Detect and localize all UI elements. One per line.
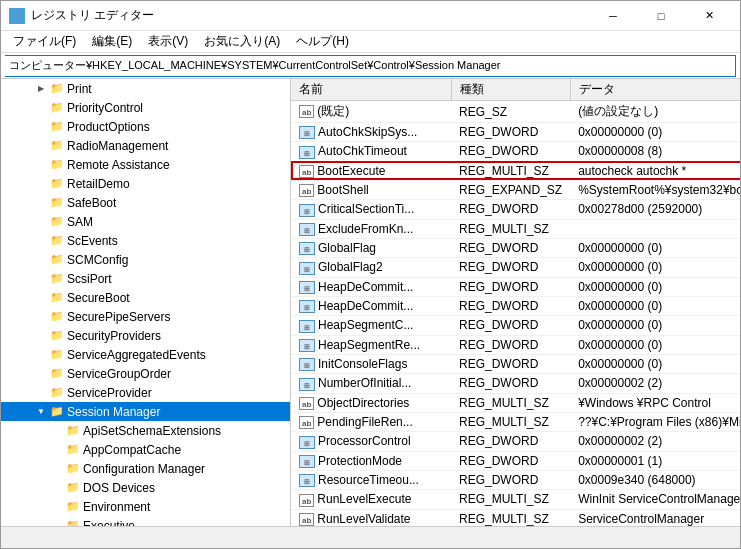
tree-node-label: ScsiPort — [67, 272, 116, 286]
expand-icon[interactable] — [33, 328, 49, 344]
menu-help[interactable]: ヘルプ(H) — [288, 31, 357, 52]
table-row[interactable]: abObjectDirectoriesREG_MULTI_SZ¥Windows … — [291, 393, 740, 412]
folder-icon: 📁 — [49, 214, 65, 230]
expand-icon[interactable]: ▶ — [33, 81, 49, 97]
tree-node-retaildemo[interactable]: 📁RetailDemo — [1, 174, 290, 193]
expand-icon[interactable] — [33, 271, 49, 287]
table-row[interactable]: ⊞AutoChkSkipSys...REG_DWORD0x00000000 (0… — [291, 123, 740, 142]
expand-icon[interactable] — [33, 157, 49, 173]
reg-dword-icon: ⊞ — [299, 260, 318, 274]
close-button[interactable]: ✕ — [686, 1, 732, 31]
expand-icon[interactable] — [49, 423, 65, 439]
cell-type: REG_DWORD — [451, 432, 570, 451]
cell-data: ¥Windows ¥RPC Control — [570, 393, 740, 412]
tree-node-label: SecurityProviders — [67, 329, 165, 343]
table-row[interactable]: ab(既定)REG_SZ(値の設定なし) — [291, 101, 740, 123]
tree-node-sessionmanager[interactable]: ▼📁Session Manager — [1, 402, 290, 421]
expand-icon[interactable] — [33, 385, 49, 401]
expand-icon[interactable] — [49, 480, 65, 496]
tree-node-configurationmanager[interactable]: 📁Configuration Manager — [1, 459, 290, 478]
expand-icon[interactable] — [33, 195, 49, 211]
expand-icon[interactable]: ▼ — [33, 404, 49, 420]
tree-node-productoptions[interactable]: 📁ProductOptions — [1, 117, 290, 136]
cell-type: REG_DWORD — [451, 200, 570, 219]
tree-node-print[interactable]: ▶📁Print — [1, 79, 290, 98]
tree-node-serviceaggregatedevents[interactable]: 📁ServiceAggregatedEvents — [1, 345, 290, 364]
table-row[interactable]: ⊞CriticalSectionTi...REG_DWORD0x00278d00… — [291, 200, 740, 219]
expand-icon[interactable] — [33, 176, 49, 192]
tree-node-scsiport[interactable]: 📁ScsiPort — [1, 269, 290, 288]
table-row[interactable]: abRunLevelExecuteREG_MULTI_SZWinInit Ser… — [291, 490, 740, 509]
tree-node-dosdevices[interactable]: 📁DOS Devices — [1, 478, 290, 497]
table-row[interactable]: abBootExecuteREG_MULTI_SZautocheck autoc… — [291, 161, 740, 180]
tree-node-remoteassistance[interactable]: 📁Remote Assistance — [1, 155, 290, 174]
tree-node-safeboot[interactable]: 📁SafeBoot — [1, 193, 290, 212]
tree-node-scevents[interactable]: 📁ScEvents — [1, 231, 290, 250]
tree-node-secureboot[interactable]: 📁SecureBoot — [1, 288, 290, 307]
table-row[interactable]: ⊞AutoChkTimeoutREG_DWORD0x00000008 (8) — [291, 142, 740, 161]
address-input[interactable] — [5, 55, 736, 77]
table-row[interactable]: ⊞ExcludeFromKn...REG_MULTI_SZ — [291, 219, 740, 238]
tree-node-scmconfig[interactable]: 📁SCMConfig — [1, 250, 290, 269]
expand-icon[interactable] — [33, 252, 49, 268]
table-row[interactable]: abBootShellREG_EXPAND_SZ%SystemRoot%¥sys… — [291, 180, 740, 199]
tree-node-sam[interactable]: 📁SAM — [1, 212, 290, 231]
table-row[interactable]: ⊞NumberOfInitial...REG_DWORD0x00000002 (… — [291, 374, 740, 393]
expand-icon[interactable] — [49, 442, 65, 458]
reg-dword-icon: ⊞ — [299, 202, 318, 216]
menu-edit[interactable]: 編集(E) — [84, 31, 140, 52]
expand-icon[interactable] — [33, 309, 49, 325]
col-header-data[interactable]: データ — [570, 79, 740, 101]
table-row[interactable]: ⊞GlobalFlagREG_DWORD0x00000000 (0) — [291, 238, 740, 257]
tree-node-securityproviders[interactable]: 📁SecurityProviders — [1, 326, 290, 345]
table-row[interactable]: ⊞ProcessorControlREG_DWORD0x00000002 (2) — [291, 432, 740, 451]
expand-icon[interactable] — [33, 138, 49, 154]
tree-node-environment[interactable]: 📁Environment — [1, 497, 290, 516]
expand-icon[interactable] — [49, 499, 65, 515]
tree-node-serviceprovider[interactable]: 📁ServiceProvider — [1, 383, 290, 402]
detail-pane[interactable]: 名前 種類 データ ab(既定)REG_SZ(値の設定なし)⊞AutoChkSk… — [291, 79, 740, 526]
expand-icon[interactable] — [33, 214, 49, 230]
cell-type: REG_MULTI_SZ — [451, 219, 570, 238]
menu-view[interactable]: 表示(V) — [140, 31, 196, 52]
expand-icon[interactable] — [49, 518, 65, 527]
tree-node-prioritycontrol[interactable]: 📁PriorityControl — [1, 98, 290, 117]
tree-node-executive[interactable]: 📁Executive — [1, 516, 290, 526]
tree-node-appcompatcache[interactable]: 📁AppCompatCache — [1, 440, 290, 459]
cell-name: ⊞ResourceTimeou... — [291, 470, 451, 489]
table-row[interactable]: ⊞GlobalFlag2REG_DWORD0x00000000 (0) — [291, 258, 740, 277]
expand-icon[interactable] — [33, 119, 49, 135]
expand-icon[interactable] — [33, 347, 49, 363]
cell-data: 0x00000002 (2) — [570, 432, 740, 451]
col-header-name[interactable]: 名前 — [291, 79, 451, 101]
maximize-button[interactable]: □ — [638, 1, 684, 31]
table-row[interactable]: ⊞InitConsoleFlagsREG_DWORD0x00000000 (0) — [291, 354, 740, 373]
cell-name: ⊞CriticalSectionTi... — [291, 200, 451, 219]
table-row[interactable]: ⊞HeapDeCommit...REG_DWORD0x00000000 (0) — [291, 296, 740, 315]
tree-node-radiomanagement[interactable]: 📁RadioManagement — [1, 136, 290, 155]
expand-icon[interactable] — [33, 366, 49, 382]
tree-node-apisetschemaextensions[interactable]: 📁ApiSetSchemaExtensions — [1, 421, 290, 440]
expand-icon[interactable] — [49, 461, 65, 477]
expand-icon[interactable] — [33, 290, 49, 306]
cell-name: abPendingFileRen... — [291, 412, 451, 431]
table-row[interactable]: ⊞ProtectionModeREG_DWORD0x00000001 (1) — [291, 451, 740, 470]
tree-node-servicegrouporder[interactable]: 📁ServiceGroupOrder — [1, 364, 290, 383]
menu-file[interactable]: ファイル(F) — [5, 31, 84, 52]
tree-node-securepipeservers[interactable]: 📁SecurePipeServers — [1, 307, 290, 326]
table-row[interactable]: ⊞HeapDeCommit...REG_DWORD0x00000000 (0) — [291, 277, 740, 296]
detail-table: 名前 種類 データ ab(既定)REG_SZ(値の設定なし)⊞AutoChkSk… — [291, 79, 740, 526]
folder-icon: 📁 — [65, 461, 81, 477]
expand-icon[interactable] — [33, 100, 49, 116]
table-row[interactable]: ⊞ResourceTimeou...REG_DWORD0x0009e340 (6… — [291, 470, 740, 489]
table-row[interactable]: abRunLevelValidateREG_MULTI_SZServiceCon… — [291, 509, 740, 526]
tree-pane[interactable]: ▶📁Print📁PriorityControl📁ProductOptions📁R… — [1, 79, 291, 526]
menu-favorites[interactable]: お気に入り(A) — [196, 31, 288, 52]
col-header-type[interactable]: 種類 — [451, 79, 570, 101]
table-row[interactable]: abPendingFileRen...REG_MULTI_SZ??¥C:¥Pro… — [291, 412, 740, 431]
table-row[interactable]: ⊞HeapSegmentC...REG_DWORD0x00000000 (0) — [291, 316, 740, 335]
minimize-button[interactable]: ─ — [590, 1, 636, 31]
expand-icon[interactable] — [33, 233, 49, 249]
cell-name: ⊞HeapDeCommit... — [291, 296, 451, 315]
table-row[interactable]: ⊞HeapSegmentRe...REG_DWORD0x00000000 (0) — [291, 335, 740, 354]
